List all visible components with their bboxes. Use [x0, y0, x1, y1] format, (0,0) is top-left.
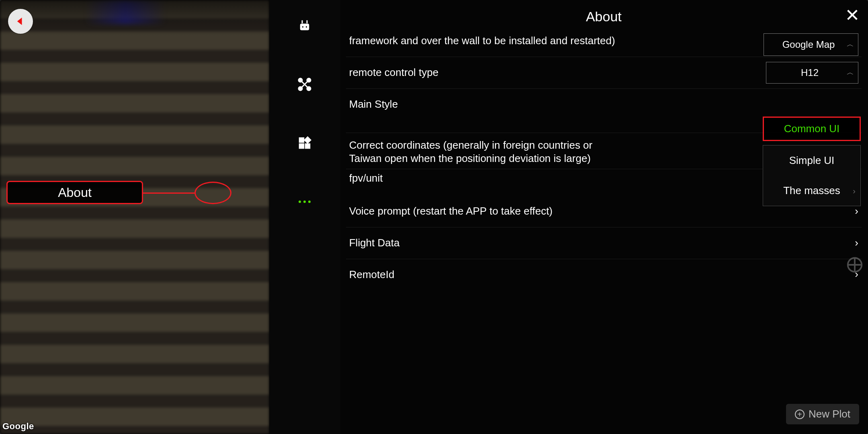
panel-title-bar: About: [346, 0, 862, 33]
close-icon: [845, 8, 859, 22]
remote-type-select[interactable]: H12 ︿: [766, 62, 858, 84]
chevron-up-icon: ︿: [847, 40, 854, 49]
back-button[interactable]: [8, 9, 33, 34]
chevron-right-icon: ›: [855, 236, 858, 250]
annotation-about-text: About: [58, 185, 92, 200]
setting-label: Main Style: [349, 98, 398, 111]
setting-label: Correct coordinates (generally in foreig…: [349, 139, 622, 166]
svg-rect-12: [304, 137, 311, 143]
app-screen: { "map": { "attribution": "Google" }, "b…: [0, 0, 868, 434]
svg-rect-10: [299, 144, 304, 149]
panel-title: About: [586, 9, 622, 24]
setting-remote-id[interactable]: RemoteId ›: [346, 259, 862, 291]
map-attribution: Google: [2, 421, 34, 432]
remote-type-value: H12: [801, 66, 819, 79]
back-arrow-icon: [15, 16, 26, 27]
setting-label: Voice prompt (restart the APP to take ef…: [349, 205, 553, 218]
settings-category-rail: [269, 0, 340, 434]
map-top-gradient: [0, 0, 269, 36]
setting-remote-type: remote control type H12 ︿: [346, 57, 862, 89]
setting-label: framework and over the wall to be instal…: [349, 34, 615, 48]
setting-label: fpv/unit: [349, 172, 383, 185]
svg-point-2: [305, 26, 307, 28]
setting-label: Flight Data: [349, 236, 400, 250]
new-plot-label: New Plot: [809, 408, 850, 420]
more-icon[interactable]: [297, 194, 313, 210]
option-label: The masses: [783, 184, 840, 197]
map-provider-value: Google Map: [782, 38, 835, 51]
annotation-about-label: About: [6, 181, 143, 204]
setting-map-provider: framework and over the wall to be instal…: [346, 33, 862, 57]
setting-flight-data[interactable]: Flight Data ›: [346, 227, 862, 259]
setting-label: remote control type: [349, 66, 439, 80]
apps-icon[interactable]: [297, 135, 313, 151]
plus-icon: +: [795, 409, 805, 419]
compass-icon: [845, 256, 864, 274]
map-provider-select[interactable]: Google Map ︿: [764, 33, 858, 56]
map-background[interactable]: [0, 0, 269, 434]
main-style-selected-value: Common UI: [784, 123, 840, 135]
drone-icon[interactable]: [297, 76, 313, 92]
option-label: Simple UI: [789, 154, 835, 166]
about-panel: About framework and over the wall to be …: [340, 0, 868, 434]
svg-rect-11: [305, 144, 310, 149]
main-style-dropdown: Common UI Simple UI The masses›: [763, 117, 861, 206]
chevron-right-icon: ›: [853, 186, 856, 195]
main-style-options-list: Simple UI The masses›: [763, 145, 861, 206]
main-style-option-masses[interactable]: The masses›: [763, 176, 860, 206]
svg-point-1: [302, 26, 304, 28]
main-style-option-simple[interactable]: Simple UI: [763, 145, 860, 176]
close-button[interactable]: [844, 6, 861, 23]
annotation-ellipsis-highlight: [194, 182, 231, 204]
chevron-right-icon: ›: [855, 205, 858, 218]
chevron-up-icon: ︿: [847, 68, 854, 77]
new-plot-button[interactable]: + New Plot: [786, 404, 859, 424]
robot-icon[interactable]: [297, 18, 313, 34]
main-style-selected[interactable]: Common UI: [763, 117, 861, 141]
setting-label: RemoteId: [349, 268, 395, 282]
svg-rect-9: [299, 138, 304, 143]
annotation-connector-line: [143, 192, 195, 194]
